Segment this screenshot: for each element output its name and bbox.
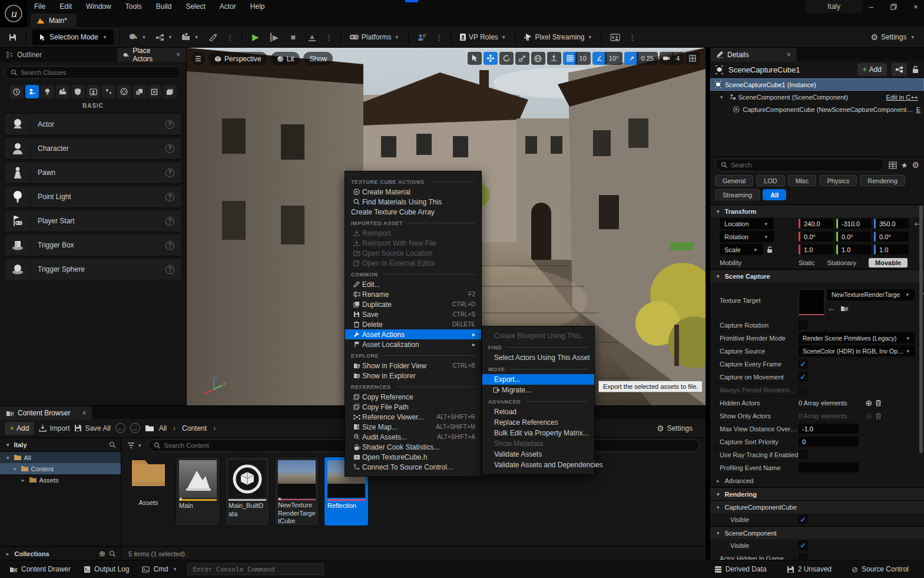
eject-button[interactable]: ▲: [304, 29, 320, 45]
add-array-element-icon[interactable]: ⊕: [866, 398, 873, 408]
collections-header[interactable]: ▸ Collections ⊕: [0, 546, 121, 560]
rotation-x-field[interactable]: 0.0°: [799, 232, 833, 242]
tab-place-actors[interactable]: Place Actors ×: [117, 48, 186, 62]
media-capture-button[interactable]: [608, 29, 623, 45]
capture-sort-priority-field[interactable]: 0: [799, 437, 859, 447]
menu-window[interactable]: Window: [79, 0, 118, 13]
lit-dropdown[interactable]: Lit: [271, 52, 300, 65]
menu-item-rename[interactable]: Rename F2: [345, 289, 481, 299]
visible-checkbox[interactable]: ✓: [799, 541, 807, 550]
scale-x-field[interactable]: 1.0: [799, 245, 833, 255]
component-row-instance[interactable]: SceneCaptureCube1 (Instance): [710, 78, 924, 91]
menu-item-edit[interactable]: Edit...: [345, 279, 481, 289]
mobility-stationary-option[interactable]: Stationary: [827, 259, 857, 266]
scale-z-field[interactable]: 1.0: [874, 245, 909, 255]
component-row-capture-component[interactable]: CaptureComponentCube (NewSceneCaptureCom…: [710, 103, 924, 115]
play-options-dots-icon[interactable]: ⋮: [323, 33, 335, 42]
mobility-static-option[interactable]: Static: [799, 259, 815, 266]
browse-to-asset-icon[interactable]: [840, 305, 849, 312]
edit-in-cpp-link-truncated[interactable]: E: [916, 106, 920, 113]
section-transform[interactable]: ▾ Transform: [710, 204, 924, 217]
search-icon[interactable]: [109, 550, 116, 557]
cinematic-category[interactable]: [56, 85, 69, 98]
display-options-icon[interactable]: [889, 161, 897, 169]
output-log-button[interactable]: Output Log: [80, 562, 133, 576]
rotate-tool-button[interactable]: [499, 52, 514, 65]
selection-mode-dropdown[interactable]: Selection Mode ▾: [32, 29, 114, 45]
menu-item-copy-reference[interactable]: Copy Reference: [345, 392, 481, 402]
search-classes-input[interactable]: [21, 69, 175, 76]
actor-hidden-checkbox[interactable]: [799, 554, 807, 560]
filter-general[interactable]: General: [715, 175, 753, 186]
surface-snapping-button[interactable]: [547, 52, 561, 65]
menu-item-reference-viewer[interactable]: Reference Viewer... ALT+SHIFT+R: [345, 412, 481, 422]
filters-dropdown[interactable]: ▾: [127, 442, 143, 449]
tree-item-assets[interactable]: ▸ Assets: [0, 474, 121, 485]
panels-category[interactable]: [148, 85, 161, 98]
placeable-player-start[interactable]: Player Start ?: [4, 210, 182, 232]
menu-item-asset-localization[interactable]: Asset Localization ▸: [345, 339, 481, 349]
source-control-button[interactable]: ⊘ Source Control: [848, 562, 912, 576]
settings-dropdown[interactable]: ⚙ Settings ▾: [871, 32, 919, 42]
favorites-star-icon[interactable]: ★: [901, 161, 908, 170]
details-gear-icon[interactable]: ⚙: [912, 160, 919, 170]
location-dropdown[interactable]: Location▾: [720, 218, 774, 229]
primitive-render-mode-dropdown[interactable]: Render Scene Primitives (Legacy)▾: [799, 332, 915, 344]
volumes-category[interactable]: [117, 85, 131, 98]
blueprints-button[interactable]: ▾: [153, 29, 176, 45]
cb-add-button[interactable]: + Add: [5, 422, 34, 435]
scale-tool-button[interactable]: [515, 52, 529, 65]
texture-target-thumbnail[interactable]: [799, 289, 824, 315]
capture-rotation-checkbox[interactable]: [799, 321, 807, 329]
add-component-button[interactable]: + Add: [857, 63, 887, 76]
submenu-item-validate-assets[interactable]: Validate Assets: [482, 449, 594, 460]
cmd-dropdown[interactable]: Cmd ▾: [138, 562, 181, 576]
geometry-category[interactable]: [133, 85, 146, 98]
section-scene-capture[interactable]: ▾ Scene Capture: [710, 269, 924, 282]
help-icon[interactable]: ?: [165, 241, 174, 250]
unreal-logo[interactable]: u: [0, 0, 27, 27]
cinematics-button[interactable]: ▾: [179, 29, 202, 45]
rotation-dropdown[interactable]: Rotation▾: [720, 231, 774, 242]
search-icon[interactable]: [109, 441, 116, 448]
menu-item-delete[interactable]: Delete DELETE: [345, 319, 481, 329]
expand-icon[interactable]: ▾: [720, 94, 723, 100]
scale-lock-icon[interactable]: [767, 246, 773, 253]
visible-checkbox[interactable]: ✓: [799, 515, 807, 524]
viewport-options-button[interactable]: ☰: [191, 52, 205, 65]
placeable-trigger-sphere[interactable]: Trigger Sphere ?: [4, 258, 182, 280]
perspective-dropdown[interactable]: Perspective: [208, 52, 267, 65]
capture-every-frame-checkbox[interactable]: ✓: [799, 359, 807, 368]
submenu-item-migrate[interactable]: Migrate...: [482, 385, 594, 395]
world-coordinate-button[interactable]: [531, 52, 545, 65]
editor-modes-button[interactable]: [206, 29, 221, 45]
multi-user-button[interactable]: [415, 29, 430, 45]
menu-help[interactable]: Help: [243, 0, 272, 13]
basic-category[interactable]: [25, 85, 39, 98]
section-capture-component-cube[interactable]: ▾ CaptureComponentCube: [710, 500, 924, 513]
breadcrumb-root[interactable]: All: [159, 424, 167, 432]
search-classes-field[interactable]: [5, 66, 181, 79]
tab-outliner[interactable]: Outliner: [0, 48, 48, 62]
filter-all[interactable]: All: [763, 189, 786, 200]
scale-y-field[interactable]: 1.0: [836, 245, 871, 255]
scale-snap-value[interactable]: 0.25: [637, 52, 657, 65]
help-icon[interactable]: ?: [165, 169, 174, 177]
placeable-actor[interactable]: Actor ?: [4, 113, 182, 136]
submenu-item-bulk-edit[interactable]: Bulk Edit via Property Matrix...: [482, 428, 594, 438]
overflow-dots-icon[interactable]: ⋮: [224, 33, 236, 42]
close-tab-icon[interactable]: ×: [787, 51, 791, 59]
use-selected-asset-icon[interactable]: ←: [827, 304, 835, 313]
menu-item-copy-file-path[interactable]: Copy File Path: [345, 402, 481, 412]
all-classes-category[interactable]: [163, 85, 177, 98]
move-tool-button[interactable]: [483, 52, 498, 65]
menu-item-duplicate[interactable]: Duplicate CTRL+D: [345, 299, 481, 309]
asset-tile-main-builtdata[interactable]: Main_BuiltData: [225, 457, 270, 526]
help-icon[interactable]: ?: [165, 217, 174, 226]
cb-save-all-button[interactable]: Save All: [74, 424, 110, 432]
grid-snap-value[interactable]: 10: [575, 52, 591, 65]
help-icon[interactable]: ?: [165, 265, 174, 274]
cb-import-button[interactable]: Import: [39, 424, 69, 432]
camera-speed-value[interactable]: 4: [672, 52, 684, 65]
asset-tile-render-target[interactable]: * NewTextureRenderTargetCube: [274, 457, 319, 526]
